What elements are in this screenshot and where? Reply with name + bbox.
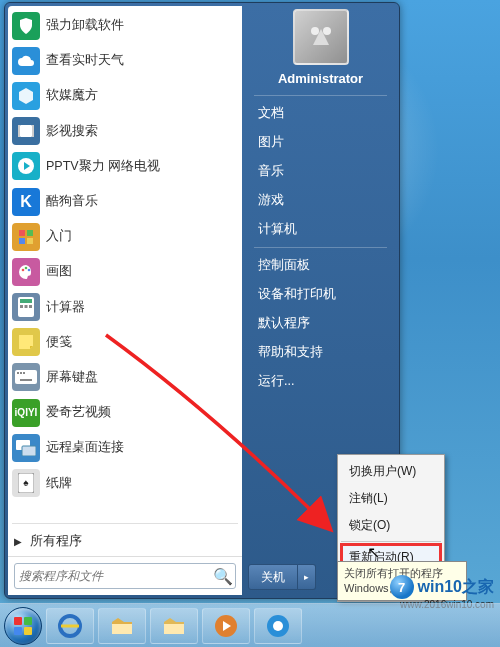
app-item-10[interactable]: 屏幕键盘 [8, 360, 242, 395]
app-item-13[interactable]: ♠纸牌 [8, 465, 242, 500]
app-item-4[interactable]: PPTV聚力 网络电视 [8, 149, 242, 184]
shutdown-label: 关机 [261, 569, 285, 586]
flyout-item[interactable]: 切换用户(W) [341, 458, 441, 485]
app-item-5[interactable]: K酷狗音乐 [8, 184, 242, 219]
app-item-8[interactable]: 计算器 [8, 290, 242, 325]
app-label: 远程桌面连接 [46, 439, 124, 456]
taskbar [0, 603, 500, 647]
right-item[interactable]: 游戏 [246, 186, 395, 215]
svg-rect-14 [25, 305, 28, 308]
svg-rect-12 [20, 299, 32, 303]
watermark-text: win10之家 [418, 577, 494, 598]
watermark-logo-icon: 7 [390, 575, 414, 599]
app-label: 酷狗音乐 [46, 193, 98, 210]
right-item[interactable]: 帮助和支持 [246, 338, 395, 367]
svg-rect-30 [24, 627, 32, 635]
username-label: Administrator [246, 71, 395, 86]
flyout-item[interactable]: 锁定(O) [341, 512, 441, 539]
pinned-apps-list: 强力卸载软件查看实时天气软媒魔方影视搜索PPTV聚力 网络电视K酷狗音乐入门画图… [8, 6, 242, 521]
taskbar-item-explorer[interactable] [150, 608, 198, 644]
right-item[interactable]: 图片 [246, 128, 395, 157]
app-label: 影视搜索 [46, 123, 98, 140]
right-item[interactable]: 默认程序 [246, 309, 395, 338]
taskbar-item-libraries[interactable] [98, 608, 146, 644]
user-avatar[interactable] [293, 9, 349, 65]
app-label: 查看实时天气 [46, 52, 124, 69]
search-box[interactable]: 🔍 [14, 563, 236, 589]
svg-rect-27 [14, 617, 22, 625]
svg-rect-28 [24, 617, 32, 625]
app-item-7[interactable]: 画图 [8, 254, 242, 289]
svg-rect-20 [20, 379, 32, 381]
svg-rect-19 [23, 372, 25, 374]
app-label: PPTV聚力 网络电视 [46, 158, 160, 175]
app-label: 强力卸载软件 [46, 17, 124, 34]
svg-rect-1 [18, 125, 20, 137]
app-item-11[interactable]: iQIYI爱奇艺视频 [8, 395, 242, 430]
right-item[interactable]: 音乐 [246, 157, 395, 186]
app-label: 入门 [46, 228, 72, 245]
right-item[interactable]: 文档 [246, 99, 395, 128]
all-programs[interactable]: ▶ 所有程序 [8, 526, 242, 556]
svg-rect-32 [112, 624, 132, 634]
svg-point-26 [323, 27, 331, 35]
svg-text:♠: ♠ [23, 477, 29, 488]
svg-rect-29 [14, 627, 22, 635]
svg-rect-15 [29, 305, 32, 308]
right-item[interactable]: 计算机 [246, 215, 395, 244]
svg-rect-4 [19, 230, 25, 236]
chevron-right-icon: ▶ [14, 536, 22, 547]
app-label: 计算器 [46, 299, 85, 316]
app-item-9[interactable]: 便笺 [8, 325, 242, 360]
app-item-3[interactable]: 影视搜索 [8, 114, 242, 149]
all-programs-label: 所有程序 [30, 533, 82, 550]
app-item-6[interactable]: 入门 [8, 219, 242, 254]
app-label: 画图 [46, 263, 72, 280]
svg-rect-13 [20, 305, 23, 308]
shutdown-button[interactable]: 关机 [248, 564, 298, 590]
chevron-right-icon: ▸ [304, 572, 309, 582]
svg-point-25 [311, 27, 319, 35]
start-button[interactable] [4, 607, 42, 645]
svg-rect-0 [20, 125, 32, 137]
taskbar-item-app-blue[interactable] [254, 608, 302, 644]
taskbar-item-ie[interactable] [46, 608, 94, 644]
app-label: 软媒魔方 [46, 87, 98, 104]
app-label: 屏幕键盘 [46, 369, 98, 386]
right-item[interactable]: 控制面板 [246, 251, 395, 280]
app-label: 纸牌 [46, 475, 72, 492]
svg-rect-7 [27, 238, 33, 244]
taskbar-item-mediaplayer[interactable] [202, 608, 250, 644]
start-left-panel: 强力卸载软件查看实时天气软媒魔方影视搜索PPTV聚力 网络电视K酷狗音乐入门画图… [8, 6, 242, 595]
svg-point-8 [22, 269, 25, 272]
right-item[interactable]: 运行... [246, 367, 395, 396]
svg-rect-6 [19, 238, 25, 244]
svg-rect-22 [22, 446, 36, 456]
app-item-1[interactable]: 查看实时天气 [8, 43, 242, 78]
search-icon: 🔍 [213, 567, 231, 586]
app-item-12[interactable]: 远程桌面连接 [8, 430, 242, 465]
svg-rect-18 [20, 372, 22, 374]
search-input[interactable] [19, 569, 213, 583]
svg-rect-2 [32, 125, 34, 137]
right-item[interactable]: 设备和打印机 [246, 280, 395, 309]
app-item-2[interactable]: 软媒魔方 [8, 78, 242, 113]
app-label: 爱奇艺视频 [46, 404, 111, 421]
watermark: 7 win10之家 www.2016win10.com [390, 575, 494, 599]
svg-point-36 [273, 621, 283, 631]
shutdown-options-arrow[interactable]: ▸ [298, 564, 316, 590]
app-label: 便笺 [46, 334, 72, 351]
flyout-item[interactable]: 注销(L) [341, 485, 441, 512]
svg-point-9 [25, 267, 28, 270]
app-item-0[interactable]: 强力卸载软件 [8, 8, 242, 43]
svg-rect-33 [164, 624, 184, 634]
svg-point-10 [28, 269, 31, 272]
svg-rect-5 [27, 230, 33, 236]
svg-rect-17 [17, 372, 19, 374]
